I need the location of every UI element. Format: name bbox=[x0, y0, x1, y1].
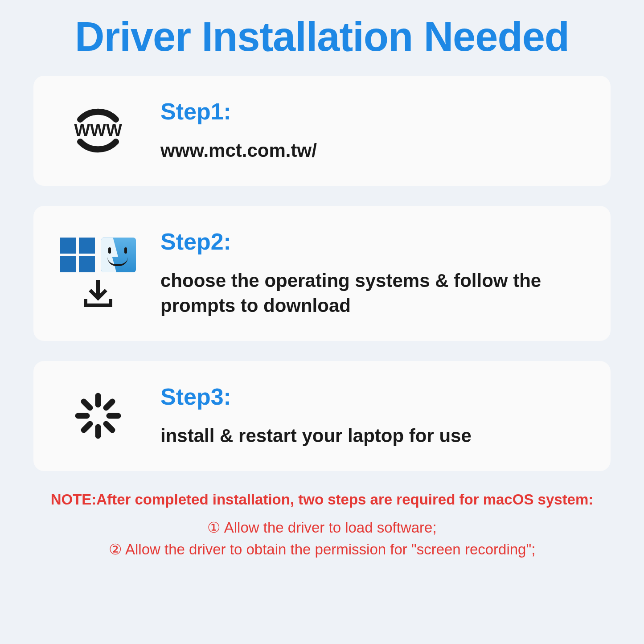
note-heading: NOTE:After completed installation, two s… bbox=[33, 491, 611, 508]
loading-icon bbox=[58, 387, 138, 445]
step-desc: www.mct.com.tw/ bbox=[160, 138, 586, 164]
svg-text:WWW: WWW bbox=[74, 121, 122, 139]
svg-line-5 bbox=[106, 424, 112, 430]
step-heading: Step1: bbox=[160, 98, 586, 125]
macos-finder-icon bbox=[101, 238, 136, 272]
note-item-1: ① Allow the driver to load software; bbox=[33, 519, 611, 536]
svg-line-3 bbox=[106, 402, 112, 408]
step-heading: Step2: bbox=[160, 228, 586, 255]
step-card-2: Step2: choose the operating systems & fo… bbox=[33, 206, 611, 341]
download-icon bbox=[80, 278, 116, 309]
step-card-1: WWW Step1: www.mct.com.tw/ bbox=[33, 76, 611, 186]
os-download-icon bbox=[58, 238, 138, 309]
note-item-2: ② Allow the driver to obtain the permiss… bbox=[33, 541, 611, 558]
step-desc: choose the operating systems & follow th… bbox=[160, 268, 586, 319]
windows-icon bbox=[60, 238, 95, 272]
step-desc: install & restart your laptop for use bbox=[160, 423, 586, 449]
svg-line-9 bbox=[84, 402, 90, 408]
step-card-3: Step3: install & restart your laptop for… bbox=[33, 361, 611, 471]
page-title: Driver Installation Needed bbox=[33, 13, 611, 60]
svg-line-7 bbox=[84, 424, 90, 430]
step-heading: Step3: bbox=[160, 383, 586, 410]
www-icon: WWW bbox=[58, 104, 138, 157]
